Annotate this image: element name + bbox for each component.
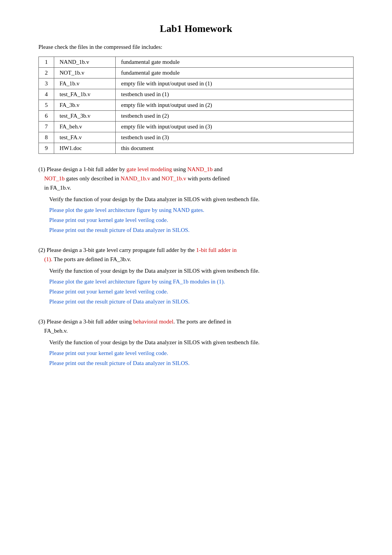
row-num: 9 (39, 143, 54, 154)
table-row: 3 FA_1b.v empty file with input/output u… (39, 78, 354, 89)
row-num: 2 (39, 68, 54, 78)
blue-instruction: Please print out your kernel gate level … (49, 287, 354, 296)
table-row: 4 test_FA_1b.v testbench used in (1) (39, 89, 354, 100)
page-title: Lab1 Homework (38, 23, 354, 35)
row-num: 5 (39, 100, 54, 111)
verify-text: Verify the function of your design by th… (49, 266, 354, 275)
table-row: 1 NAND_1b.v fundamental gate module (39, 57, 354, 68)
row-file: FA_3b.v (54, 100, 116, 111)
section-body: Verify the function of your design by th… (49, 195, 354, 235)
row-file: NOT_1b.v (54, 68, 116, 78)
row-description: this document (116, 143, 354, 154)
verify-text: Verify the function of your design by th… (49, 195, 354, 204)
section-header: (1) Please design a 1-bit full adder by … (38, 165, 354, 192)
table-row: 6 test_FA_3b.v testbench used in (2) (39, 111, 354, 122)
row-description: testbench used in (3) (116, 132, 354, 143)
row-description: empty file with input/output used in (1) (116, 78, 354, 89)
row-file: FA_1b.v (54, 78, 116, 89)
table-row: 2 NOT_1b.v fundamental gate module (39, 68, 354, 78)
blue-instruction: Please plot the gate level architecture … (49, 205, 354, 215)
blue-instruction: Please print out the result picture of D… (49, 297, 354, 306)
table-row: 7 FA_beh.v empty file with input/output … (39, 122, 354, 132)
table-row: 9 HW1.doc this document (39, 143, 354, 154)
table-row: 8 test_FA.v testbench used in (3) (39, 132, 354, 143)
row-description: fundamental gate module (116, 68, 354, 78)
row-num: 1 (39, 57, 54, 68)
row-num: 3 (39, 78, 54, 89)
row-description: empty file with input/output used in (3) (116, 122, 354, 132)
row-num: 7 (39, 122, 54, 132)
blue-instruction: Please print out the result picture of D… (49, 225, 354, 235)
row-num: 8 (39, 132, 54, 143)
verify-text: Verify the function of your design by th… (49, 338, 354, 347)
section-header: (3) Please design a 3-bit full adder usi… (38, 317, 354, 335)
row-file: test_FA.v (54, 132, 116, 143)
row-file: test_FA_3b.v (54, 111, 116, 122)
section-header: (2) Please design a 3-bit gate level car… (38, 245, 354, 264)
row-description: empty file with input/output used in (2) (116, 100, 354, 111)
row-description: testbench used in (1) (116, 89, 354, 100)
blue-instruction: Please plot the gate level architecture … (49, 277, 354, 286)
blue-instruction: Please print out your kernel gate level … (49, 215, 354, 225)
row-file: NAND_1b.v (54, 57, 116, 68)
files-table: 1 NAND_1b.v fundamental gate module 2 NO… (38, 57, 354, 154)
blue-instruction: Please print out your kernel gate level … (49, 348, 354, 358)
row-description: testbench used in (2) (116, 111, 354, 122)
table-row: 5 FA_3b.v empty file with input/output u… (39, 100, 354, 111)
section-body: Verify the function of your design by th… (49, 266, 354, 306)
section-section3: (3) Please design a 3-bit full adder usi… (38, 317, 354, 368)
section-section1: (1) Please design a 1-bit full adder by … (38, 165, 354, 235)
row-file: HW1.doc (54, 143, 116, 154)
section-body: Verify the function of your design by th… (49, 338, 354, 368)
row-num: 6 (39, 111, 54, 122)
blue-instruction: Please print out the result picture of D… (49, 358, 354, 368)
intro-text: Please check the files in the compressed… (38, 44, 354, 50)
row-description: fundamental gate module (116, 57, 354, 68)
row-file: FA_beh.v (54, 122, 116, 132)
row-num: 4 (39, 89, 54, 100)
section-section2: (2) Please design a 3-bit gate level car… (38, 245, 354, 306)
row-file: test_FA_1b.v (54, 89, 116, 100)
